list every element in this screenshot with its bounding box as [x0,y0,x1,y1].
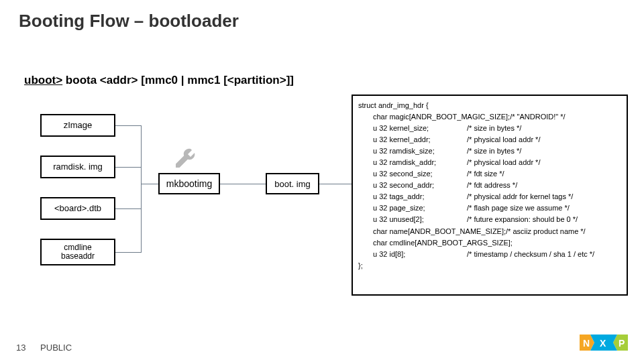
connector [141,125,142,253]
struct-line: u 32 ramdisk_size; /* size in bytes */ [358,145,621,157]
struct-comment: /* fdt address */ [467,180,517,191]
uboot-prompt: uboot> [24,74,62,86]
struct-line: u 32 second_size; /* fdt size */ [358,168,621,180]
struct-field: u 32 ramdisk_addr; [373,157,467,168]
struct-field: u 32 second_size; [373,168,467,180]
svg-text:X: X [600,338,606,349]
struct-comment: /* size in bytes */ [467,123,521,134]
page-number: 13 [16,343,25,353]
nxp-logo: N X P [580,333,628,355]
input-cmdline-baseaddr: cmdline baseaddr [40,239,115,265]
struct-line: u 32 unused[2]; /* future expansion: sho… [358,214,621,225]
struct-field: char cmdline[ANDR_BOOT_ARGS_SIZE]; [373,237,513,249]
struct-open: struct andr_img_hdr { [358,100,621,111]
struct-line: u 32 tags_addr; /* physical addr for ker… [358,191,621,202]
slide: Booting Flow – bootloader uboot> boota <… [0,0,644,362]
connector [141,184,158,184]
page-title: Booting Flow – bootloader [19,11,239,32]
mkbootimg-box: mkbootimg [158,173,220,194]
struct-body: char magic[ANDR_BOOT_MAGIC_SIZE]; /* "AN… [358,111,621,260]
struct-line: u 32 ramdisk_addr; /* physical load addr… [358,157,621,168]
struct-field: u 32 kernel_addr; [373,134,467,145]
struct-field: u 32 id[8]; [373,249,467,260]
input-ramdisk: ramdisk. img [40,156,115,178]
struct-field: char magic[ANDR_BOOT_MAGIC_SIZE]; [373,111,510,123]
wrench-svg [172,145,199,172]
struct-line: u 32 kernel_addr; /* physical load addr … [358,134,621,145]
input-zimage: zImage [40,114,115,137]
struct-line: u 32 second_addr; /* fdt address */ [358,180,621,191]
svg-text:N: N [583,338,590,349]
connector [220,184,266,184]
nxp-logo-svg: N X P [580,333,628,353]
struct-comment: /* physical load addr */ [467,134,540,145]
connector [115,167,141,168]
struct-comment: /* future expansion: should be 0 */ [467,214,578,225]
struct-comment: /* "ANDROID!" */ [510,111,565,123]
struct-field: u 32 page_size; [373,202,467,214]
struct-line: u 32 kernel_size; /* size in bytes */ [358,123,621,134]
struct-line: u 32 id[8]; /* timestamp / checksum / sh… [358,249,621,260]
struct-comment: /* physical load addr */ [467,157,540,168]
diagram: zImage ramdisk. img <board>.dtb cmdline … [24,114,360,288]
connector [319,184,352,184]
wrench-icon [172,145,199,172]
struct-code: struct andr_img_hdr { char magic[ANDR_BO… [352,95,628,296]
connector [115,125,141,126]
struct-comment: /* fdt size */ [467,168,504,180]
struct-field: u 32 ramdisk_size; [373,145,467,157]
struct-line: u 32 page_size; /* flash page size we as… [358,202,621,214]
struct-field: u 32 kernel_size; [373,123,467,134]
uboot-args: boota <addr> [mmc0 | mmc1 [<partition>]] [62,74,294,86]
struct-field: u 32 unused[2]; [373,214,467,225]
footer-label: PUBLIC [40,343,72,353]
struct-field: u 32 second_addr; [373,180,467,191]
struct-comment: /* flash page size we assume */ [467,202,570,214]
struct-comment: /* asciiz product name */ [506,226,586,237]
svg-text:P: P [619,338,625,349]
connector [115,208,141,209]
struct-field: u 32 tags_addr; [373,191,467,202]
input-board-dtb: <board>.dtb [40,197,115,220]
struct-line: char cmdline[ANDR_BOOT_ARGS_SIZE]; [358,237,621,249]
struct-field: char name[ANDR_BOOT_NAME_SIZE]; [373,226,506,237]
struct-line: char magic[ANDR_BOOT_MAGIC_SIZE]; /* "AN… [358,111,621,123]
struct-comment: /* size in bytes */ [467,145,521,157]
uboot-command: uboot> boota <addr> [mmc0 | mmc1 [<parti… [24,74,294,87]
struct-comment: /* timestamp / checksum / sha 1 / etc */ [467,249,594,260]
footer: 13 PUBLIC [16,343,72,353]
struct-close: }; [358,260,621,272]
bootimg-box: boot. img [266,173,319,194]
struct-line: char name[ANDR_BOOT_NAME_SIZE]; /* ascii… [358,226,621,237]
struct-comment: /* physical addr for kernel tags */ [467,191,573,202]
connector [115,252,141,253]
